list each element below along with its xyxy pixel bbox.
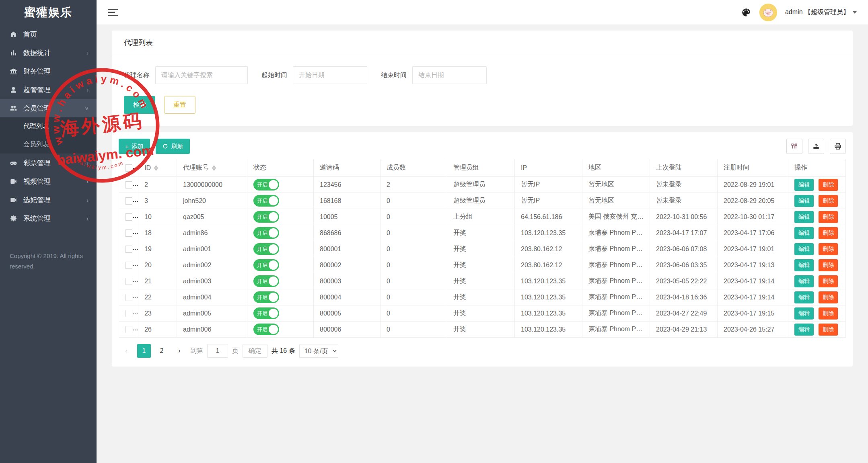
sidebar-item-home[interactable]: 首页 [0,25,97,43]
add-button[interactable]: + 添加 [119,139,150,154]
status-toggle[interactable]: 开启 [253,227,279,239]
sidebar-subitem-agent-list[interactable]: 代理列表 [0,117,97,135]
end-date-input[interactable] [412,66,487,84]
select-all-checkbox[interactable] [125,164,132,172]
col-actions: 操作 [788,159,846,177]
row-checkbox[interactable] [125,197,132,205]
page-2-button[interactable]: 2 [155,344,169,358]
sort-icon[interactable] [154,165,158,171]
delete-button[interactable]: 删除 [819,275,838,287]
users-icon [9,104,18,113]
user-menu[interactable]: admin 【超级管理员】 [785,8,857,16]
caret-down-icon [853,11,857,14]
row-checkbox[interactable] [125,278,132,285]
edit-button[interactable]: 编辑 [794,275,814,287]
next-page-button[interactable]: › [173,344,186,358]
edit-button[interactable]: 编辑 [794,324,814,336]
sidebar-item-lottery[interactable]: 彩票管理 › [0,154,97,172]
columns-filter-button[interactable] [786,139,802,154]
sidebar-item-video[interactable]: 视频管理 › [0,172,97,191]
delete-button[interactable]: 删除 [819,195,838,207]
delete-button[interactable]: 删除 [819,227,838,239]
sidebar-item-statistics[interactable]: 数据统计 › [0,43,97,62]
delete-button[interactable]: 删除 [819,259,838,271]
edit-button[interactable]: 编辑 [794,291,814,303]
toggle-knob [269,196,278,205]
export-button[interactable] [808,139,824,154]
status-toggle[interactable]: 开启 [253,291,279,303]
row-checkbox[interactable] [125,229,132,237]
sidebar-item-finance[interactable]: 财务管理 › [0,62,97,80]
sidebar-toggle-icon[interactable] [108,9,118,16]
sidebar-item-system[interactable]: 系统管理 › [0,209,97,227]
theme-palette-icon[interactable] [741,7,751,18]
delete-button[interactable]: 删除 [819,307,838,320]
edit-button[interactable]: 编辑 [794,179,814,191]
edit-button[interactable]: 编辑 [794,243,814,255]
delete-button[interactable]: 删除 [819,179,838,191]
delete-button[interactable]: 删除 [819,324,838,336]
sidebar-subitem-member-list[interactable]: 会员列表 [0,135,97,154]
status-toggle[interactable]: 开启 [253,307,279,319]
row-checkbox[interactable] [125,246,132,253]
keyword-input[interactable] [155,66,248,84]
row-checkbox[interactable] [125,213,132,221]
edit-button[interactable]: 编辑 [794,259,814,271]
page-1-button[interactable]: 1 [137,344,151,358]
status-toggle[interactable]: 开启 [253,324,279,335]
status-toggle[interactable]: 开启 [253,179,279,191]
cell-admin-group: 开奖 [447,257,515,273]
cell-reg-time: 2022-08-29 20:05 [718,193,788,209]
status-toggle[interactable]: 开启 [253,195,279,207]
per-page-select[interactable]: 10 条/页 [299,344,338,358]
copyright-text: Copyright © 2019. All rights reserved. [0,251,97,272]
edit-button[interactable]: 编辑 [794,307,814,320]
goto-confirm-button[interactable]: 确定 [243,344,267,358]
page-content: 代理列表 代理名称 起始时间 结束时间 [97,25,868,463]
keyword-label: 代理名称 [124,71,150,80]
col-id[interactable]: ID [138,159,177,177]
refresh-button[interactable]: 刷新 [156,139,190,154]
page-title: 代理列表 [112,31,853,55]
sort-icon[interactable] [212,165,216,171]
row-checkbox[interactable] [125,310,132,317]
row-checkbox[interactable] [125,294,132,301]
delete-button[interactable]: 删除 [819,211,838,223]
sidebar-item-members[interactable]: 会员管理 ˅ [0,99,97,117]
status-toggle[interactable]: 开启 [253,243,279,255]
cell-region: 柬埔寨 Phnom Pen... [582,273,650,289]
delete-button[interactable]: 删除 [819,291,838,303]
edit-button[interactable]: 编辑 [794,211,814,223]
avatar[interactable] [759,4,777,21]
reset-button[interactable]: 重置 [164,96,195,114]
status-toggle-label: 开启 [257,278,267,285]
start-date-input[interactable] [293,66,367,84]
row-checkbox[interactable] [125,181,132,188]
chevron-down-icon: ˅ [85,105,88,112]
print-button[interactable] [830,139,846,154]
prev-page-button[interactable]: ‹ [119,344,133,358]
goto-page-input[interactable] [207,344,228,358]
row-checkbox[interactable] [125,326,132,333]
sidebar-item-xuanfei[interactable]: 选妃管理 › [0,191,97,209]
pagination: ‹ 1 2 › 到第 页 确定 共 16 条 10 条/页 [119,338,846,359]
sidebar-item-superadmin[interactable]: 超管管理 › [0,80,97,99]
edit-button[interactable]: 编辑 [794,195,814,207]
app-root: 蜜獾娱乐 首页 数据统计 › 财务管理 › [0,0,868,463]
cell-member-count: 2 [381,177,447,193]
status-toggle[interactable]: 开启 [253,275,279,287]
delete-button[interactable]: 删除 [819,243,838,255]
cell-reg-time: 2022-08-29 19:01 [718,177,788,193]
edit-button[interactable]: 编辑 [794,227,814,239]
cell-admin-group: 超级管理员 [447,193,515,209]
cell-id: 23 [138,305,177,322]
row-checkbox[interactable] [125,262,132,269]
cell-invite-code: 800004 [314,289,381,305]
status-toggle[interactable]: 开启 [253,211,279,223]
cell-admin-group: 开奖 [447,305,515,322]
col-account[interactable]: 代理账号 [177,159,247,177]
search-button[interactable]: 检索 [124,96,155,114]
columns-filter-icon [790,142,798,150]
status-toggle[interactable]: 开启 [253,259,279,271]
cell-region: 暂无地区 [582,193,650,209]
